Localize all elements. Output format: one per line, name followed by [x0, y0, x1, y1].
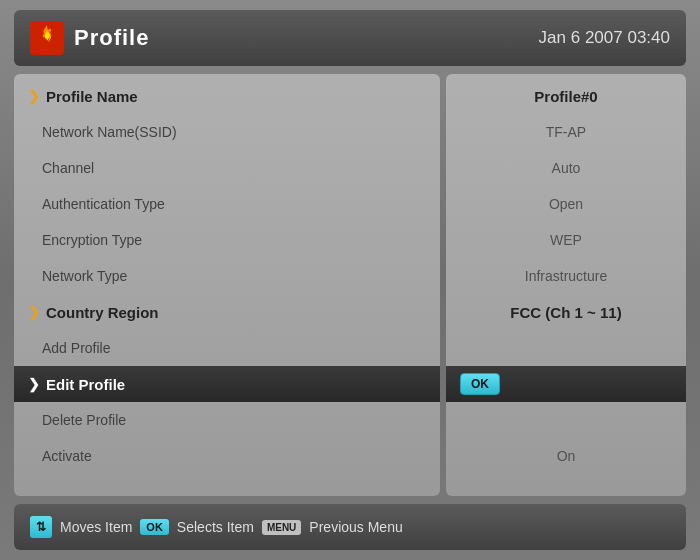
header-time: Jan 6 2007 03:40: [539, 28, 670, 48]
right-item-country-val: FCC (Ch 1 ~ 11): [446, 294, 686, 330]
right-item-delete-val: [446, 402, 686, 438]
right-item-edit-val: OK: [446, 366, 686, 402]
right-item-profile-val: Profile#0: [446, 78, 686, 114]
main-content: ❯ Profile Name Network Name(SSID) Channe…: [14, 74, 686, 496]
sidebar-item-country-region[interactable]: ❯ Country Region: [14, 294, 440, 330]
header-left: Profile: [30, 21, 149, 55]
left-panel: ❯ Profile Name Network Name(SSID) Channe…: [14, 74, 440, 496]
menu-button-badge[interactable]: MENU: [262, 520, 301, 535]
sidebar-item-network-name[interactable]: Network Name(SSID): [14, 114, 440, 150]
right-item-activate-val: On: [446, 438, 686, 474]
app-icon: [30, 21, 64, 55]
arrow-right-icon-selected: ❯: [28, 376, 40, 392]
right-panel: Profile#0 TF-AP Auto Open WEP Infrastruc…: [446, 74, 686, 496]
moves-icon: ⇅: [30, 516, 52, 538]
right-item-add-val: [446, 330, 686, 366]
arrow-right-icon: ❯: [28, 88, 40, 104]
right-item-network-val: Infrastructure: [446, 258, 686, 294]
menu-label: Previous Menu: [309, 519, 402, 535]
right-item-encrypt-val: WEP: [446, 222, 686, 258]
sidebar-item-profile-name[interactable]: ❯ Profile Name: [14, 78, 440, 114]
sidebar-item-channel[interactable]: Channel: [14, 150, 440, 186]
sidebar-item-network-type[interactable]: Network Type: [14, 258, 440, 294]
right-item-ssid-val: TF-AP: [446, 114, 686, 150]
sidebar-item-edit-profile[interactable]: ❯ Edit Profile: [14, 366, 440, 402]
footer-bar: ⇅ Moves Item OK Selects Item MENU Previo…: [14, 504, 686, 550]
right-item-channel-val: Auto: [446, 150, 686, 186]
sidebar-item-auth-type[interactable]: Authentication Type: [14, 186, 440, 222]
sidebar-item-delete-profile[interactable]: Delete Profile: [14, 402, 440, 438]
right-item-auth-val: Open: [446, 186, 686, 222]
sidebar-item-encrypt-type[interactable]: Encryption Type: [14, 222, 440, 258]
sidebar-item-activate[interactable]: Activate: [14, 438, 440, 474]
arrow-right-icon-2: ❯: [28, 304, 40, 320]
ok-button-badge[interactable]: OK: [140, 519, 169, 535]
ok-badge: OK: [460, 373, 500, 395]
selects-label: Selects Item: [177, 519, 254, 535]
page-title: Profile: [74, 25, 149, 51]
app-container: Profile Jan 6 2007 03:40 ❯ Profile Name …: [0, 0, 700, 560]
sidebar-item-add-profile[interactable]: Add Profile: [14, 330, 440, 366]
moves-label: Moves Item: [60, 519, 132, 535]
header-bar: Profile Jan 6 2007 03:40: [14, 10, 686, 66]
